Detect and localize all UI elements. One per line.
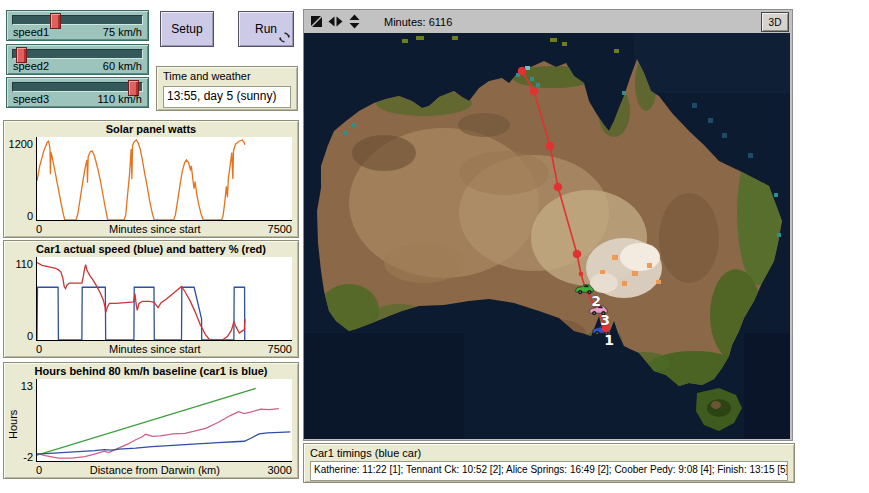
- car-1-label: 1: [604, 332, 614, 348]
- car-3-label: 3: [600, 312, 610, 328]
- solar-watts-plot-area: [36, 137, 292, 221]
- speed1-slider[interactable]: speed1 75 km/h: [6, 10, 149, 41]
- waypoint-dot: [518, 67, 527, 76]
- view-3d-label: 3D: [769, 17, 782, 28]
- x-tick-min: 0: [36, 223, 42, 236]
- speed1-slider-value: 75 km/h: [103, 26, 142, 38]
- speed1-slider-track[interactable]: [12, 15, 143, 25]
- hours-behind-plot-title: Hours behind 80 km/h baseline (car1 is b…: [4, 365, 298, 377]
- series-watts: [37, 140, 245, 220]
- y-tick-min: 0: [6, 210, 33, 222]
- series-green: [37, 388, 256, 455]
- y-tick-min: 0: [6, 330, 33, 342]
- setup-button[interactable]: Setup: [160, 11, 214, 47]
- x-tick-min: 0: [36, 343, 42, 356]
- speed3-slider-track[interactable]: [12, 82, 143, 92]
- speed-battery-plot-area: [36, 257, 292, 341]
- speed3-slider[interactable]: speed3 110 km/h: [6, 77, 149, 108]
- speed2-slider-label: speed2: [13, 60, 49, 72]
- pan-horizontal-icon[interactable]: [328, 15, 343, 28]
- waypoint-dot: [530, 87, 539, 96]
- speed-battery-plot: Car1 actual speed (blue) and battery % (…: [3, 240, 299, 358]
- y-tick-max: 13: [14, 380, 33, 392]
- view-resize-icon[interactable]: [310, 15, 323, 28]
- y-tick-max: 1200: [6, 138, 33, 150]
- waypoint-dot: [579, 272, 584, 277]
- x-axis-label: Minutes since start: [109, 223, 201, 236]
- x-tick-max: 7500: [268, 343, 292, 356]
- time-weather-monitor: Time and weather 13:55, day 5 (sunny): [156, 66, 298, 111]
- forever-icon: [279, 32, 290, 43]
- hours-behind-plot: Hours behind 80 km/h baseline (car1 is b…: [3, 362, 299, 479]
- view-3d-button[interactable]: 3D: [761, 12, 789, 32]
- speed2-slider-track[interactable]: [12, 49, 143, 59]
- pan-vertical-icon[interactable]: [348, 14, 361, 29]
- speed-battery-plot-title: Car1 actual speed (blue) and battery % (…: [4, 243, 298, 255]
- run-button[interactable]: Run: [238, 11, 294, 47]
- view-header: Minutes: 6116 3D: [304, 10, 792, 33]
- speed3-slider-value: 110 km/h: [98, 93, 142, 105]
- speed3-slider-label: speed3: [13, 93, 49, 105]
- car-2-label: 2: [591, 293, 601, 309]
- world-view: Minutes: 6116 3D: [303, 9, 793, 441]
- x-axis-label: Distance from Darwin (km): [90, 464, 220, 477]
- y-axis-label: Hours: [7, 410, 19, 439]
- x-tick-max: 3000: [268, 464, 292, 477]
- series-pink: [37, 409, 279, 458]
- x-axis-label: Minutes since start: [109, 343, 201, 356]
- speed2-slider-value: 60 km/h: [103, 60, 142, 72]
- series-battery-red: [37, 263, 245, 340]
- hours-behind-plot-area: [36, 379, 292, 462]
- solar-car-simulation-app: { "sliders": [ {"label": "speed1", "valu…: [0, 0, 869, 493]
- time-weather-value: 13:55, day 5 (sunny): [163, 86, 291, 108]
- x-tick-max: 7500: [268, 223, 292, 236]
- waypoint-dot: [573, 250, 582, 259]
- waypoint-dot: [554, 183, 563, 192]
- time-weather-label: Time and weather: [163, 70, 291, 82]
- setup-button-label: Setup: [171, 22, 202, 36]
- solar-watts-plot: Solar panel watts 1200 0 0 Minutes since…: [3, 120, 299, 238]
- waypoint-dot: [546, 142, 555, 151]
- car1-timings-monitor: Car1 timings (blue car) Katherine: 11:22…: [303, 443, 795, 483]
- australia-map-canvas: 231: [304, 33, 790, 439]
- car1-timings-value: Katherine: 11:22 [1]; Tennant Ck: 10:52 …: [310, 461, 788, 481]
- x-tick-min: 0: [36, 464, 42, 477]
- y-tick-max: 110: [6, 258, 33, 270]
- y-tick-min: -2: [14, 451, 33, 463]
- speed1-slider-label: speed1: [13, 26, 49, 38]
- series-speed-blue: [37, 287, 245, 340]
- run-button-label: Run: [255, 22, 277, 36]
- solar-watts-plot-title: Solar panel watts: [4, 123, 298, 135]
- ticks-counter: Minutes: 6116: [384, 16, 452, 28]
- speed2-slider[interactable]: speed2 60 km/h: [6, 44, 149, 75]
- car1-timings-label: Car1 timings (blue car): [310, 447, 788, 459]
